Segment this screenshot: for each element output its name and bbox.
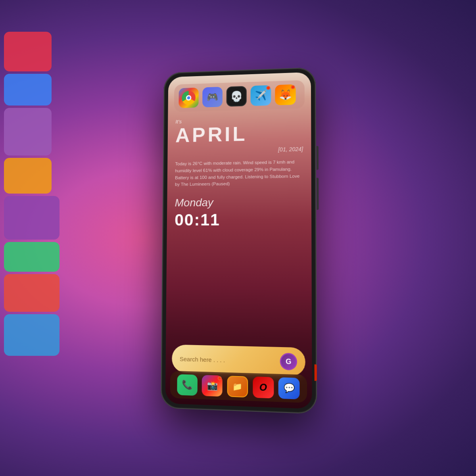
phone-accent: [315, 364, 317, 381]
time-display: 00:11: [175, 210, 303, 229]
bg-block: [4, 74, 52, 106]
dock-phone-wrapper[interactable]: 📞: [177, 374, 198, 395]
power-button: [317, 178, 319, 210]
app-skulls-icon[interactable]: 💀: [226, 86, 247, 107]
chrome-ring: [182, 91, 196, 105]
volume-button: [317, 146, 319, 170]
bg-block: [4, 196, 60, 240]
opera-letter: O: [259, 382, 267, 393]
telegram-emoji: ✈️: [255, 90, 267, 101]
app-chrome-wrapper[interactable]: [178, 88, 198, 108]
widget-area: It's APRIL [01, 2024] Today is 26°C with…: [175, 115, 303, 229]
google-letter: G: [286, 357, 291, 366]
phone-frame: 🎮 💀 ✈️ 🦊: [161, 67, 317, 414]
dock-opera-icon[interactable]: O: [253, 376, 274, 398]
day-signature: Monday: [175, 196, 303, 209]
info-text: Today is 26°C with moderate rain. Wind s…: [175, 159, 303, 188]
phone-screen: 🎮 💀 ✈️ 🦊: [165, 72, 312, 409]
top-app-row: 🎮 💀 ✈️ 🦊: [174, 80, 305, 112]
date-line: [01, 2024]: [175, 146, 303, 155]
app-telegram-wrapper[interactable]: ✈️: [251, 85, 271, 106]
app-foxstore-wrapper[interactable]: 🦊: [275, 84, 296, 106]
google-search-button[interactable]: G: [280, 353, 297, 370]
dock-folder-wrapper[interactable]: 📁: [227, 376, 248, 397]
messages-emoji: 💬: [284, 383, 295, 394]
dock-phone-icon[interactable]: 📞: [177, 374, 198, 395]
bg-block: [4, 314, 60, 356]
dock-instagram-wrapper[interactable]: 📸: [202, 375, 223, 397]
bg-block: [4, 108, 52, 155]
app-chrome-icon[interactable]: [178, 88, 198, 108]
app-discord-wrapper[interactable]: 🎮: [202, 87, 223, 107]
skulls-emoji: 💀: [230, 90, 243, 102]
bottom-dock: 📞 📸 📁 O: [170, 371, 307, 403]
phone-emoji: 📞: [182, 380, 193, 390]
instagram-emoji: 📸: [207, 380, 218, 391]
dock-messages-wrapper[interactable]: 💬: [278, 377, 300, 399]
foxstore-emoji: 🦊: [279, 88, 292, 101]
discord-emoji: 🎮: [207, 92, 218, 103]
bg-block: [4, 242, 60, 272]
bg-block: [4, 158, 52, 194]
dock-folder-icon[interactable]: 📁: [227, 376, 248, 397]
bg-block: [4, 32, 52, 71]
search-placeholder-text: Search here . . . .: [180, 355, 280, 365]
background-blocks: [0, 0, 127, 476]
chrome-center: [186, 95, 192, 101]
app-discord-icon[interactable]: 🎮: [202, 87, 223, 107]
bg-block: [4, 274, 60, 312]
dock-messages-icon[interactable]: 💬: [278, 377, 300, 399]
folder-emoji: 📁: [232, 382, 242, 392]
dock-opera-wrapper[interactable]: O: [253, 376, 274, 398]
month-title: APRIL: [175, 122, 303, 145]
app-skulls-wrapper[interactable]: 💀: [226, 86, 247, 107]
